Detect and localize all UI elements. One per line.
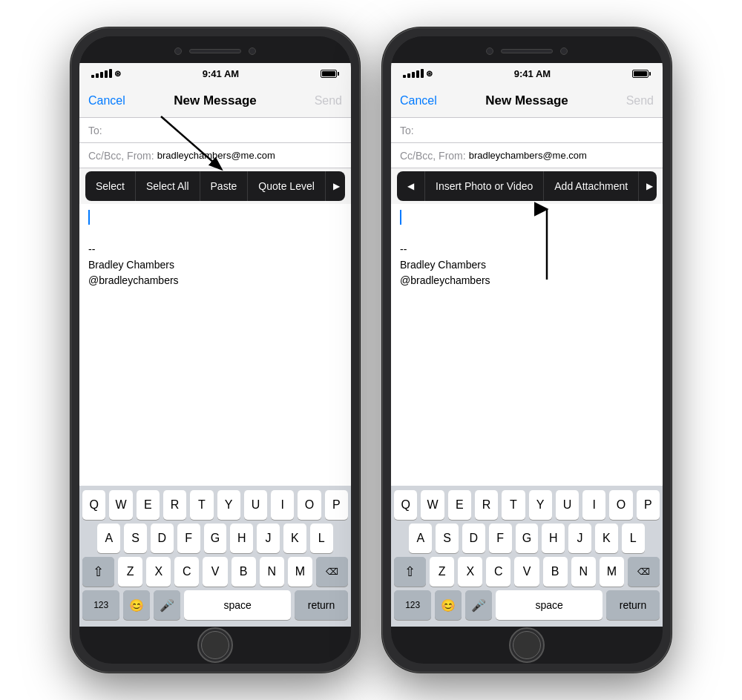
key-a-2[interactable]: A [409, 524, 432, 553]
key-u-1[interactable]: U [244, 490, 267, 520]
cancel-button-2[interactable]: Cancel [400, 94, 444, 108]
key-t-1[interactable]: T [190, 490, 213, 520]
home-button-1[interactable] [197, 627, 233, 663]
key-emoji-1[interactable]: 😊 [123, 590, 150, 620]
key-space-1[interactable]: space [184, 590, 291, 620]
key-l-2[interactable]: L [622, 524, 645, 553]
key-l-1[interactable]: L [310, 524, 333, 553]
to-field-1[interactable]: To: [79, 118, 351, 143]
key-i-1[interactable]: I [271, 490, 294, 520]
key-k-1[interactable]: K [283, 524, 306, 553]
send-button-1[interactable]: Send [298, 94, 342, 108]
key-f-2[interactable]: F [489, 524, 512, 553]
sig-dash-2: -- [400, 242, 654, 257]
phone-2: ⊛ 9:41 AM Cancel New [382, 27, 672, 673]
key-return-2[interactable]: return [606, 590, 660, 620]
context-next-2[interactable]: ▶ [639, 171, 657, 201]
battery-fill-2 [634, 71, 647, 76]
key-m-1[interactable]: M [288, 557, 312, 587]
send-button-2[interactable]: Send [609, 94, 654, 108]
key-r-2[interactable]: R [475, 490, 498, 520]
key-k-2[interactable]: K [595, 524, 618, 553]
key-o-1[interactable]: O [298, 490, 321, 520]
cc-field-1[interactable]: Cc/Bcc, From: bradleychambers@me.com [79, 143, 351, 168]
key-h-2[interactable]: H [542, 524, 565, 553]
key-f-1[interactable]: F [177, 524, 200, 553]
key-m-2[interactable]: M [600, 557, 624, 587]
key-p-1[interactable]: P [325, 490, 348, 520]
mail-body-2[interactable]: -- Bradley Chambers @bradleychambers [391, 204, 663, 486]
key-p-2[interactable]: P [637, 490, 660, 520]
key-backspace-2[interactable]: ⌫ [628, 557, 660, 587]
sig-handle-2: @bradleychambers [400, 273, 654, 288]
context-insert-photo-2[interactable]: Insert Photo or Video [425, 171, 544, 201]
key-mic-1[interactable]: 🎤 [154, 590, 180, 620]
key-123-2[interactable]: 123 [394, 590, 431, 620]
key-space-2[interactable]: space [496, 590, 603, 620]
context-select-all-1[interactable]: Select All [136, 171, 200, 201]
key-j-2[interactable]: J [568, 524, 591, 553]
context-add-attachment-2[interactable]: Add Attachment [544, 171, 639, 201]
key-u-2[interactable]: U [556, 490, 579, 520]
spacer-r-1 [337, 524, 348, 553]
context-quote-level-1[interactable]: Quote Level [248, 171, 326, 201]
key-x-2[interactable]: X [458, 557, 482, 587]
key-q-1[interactable]: Q [82, 490, 105, 520]
key-z-1[interactable]: Z [118, 557, 142, 587]
key-h-1[interactable]: H [230, 524, 253, 553]
context-paste-1[interactable]: Paste [200, 171, 249, 201]
key-w-2[interactable]: W [421, 490, 444, 520]
phone-2-bottom [391, 627, 663, 664]
key-v-1[interactable]: V [203, 557, 227, 587]
to-field-2[interactable]: To: [391, 118, 663, 143]
home-button-inner-2 [513, 631, 541, 659]
key-y-2[interactable]: Y [529, 490, 552, 520]
key-e-1[interactable]: E [137, 490, 160, 520]
key-shift-2[interactable]: ⇧ [394, 557, 426, 587]
context-select-1[interactable]: Select [85, 171, 136, 201]
context-prev-2[interactable]: ◀ [397, 171, 425, 201]
key-o-2[interactable]: O [609, 490, 632, 520]
key-c-1[interactable]: C [174, 557, 199, 587]
home-button-2[interactable] [509, 627, 545, 663]
phone-2-inner: ⊛ 9:41 AM Cancel New [391, 36, 663, 664]
key-s-1[interactable]: S [124, 524, 147, 553]
key-g-1[interactable]: G [204, 524, 227, 553]
key-r-1[interactable]: R [163, 490, 186, 520]
key-d-1[interactable]: D [151, 524, 174, 553]
signal-dot-4 [105, 70, 108, 78]
key-e-2[interactable]: E [448, 490, 471, 520]
key-emoji-2[interactable]: 😊 [435, 590, 462, 620]
key-x-1[interactable]: X [146, 557, 171, 587]
cc-field-2[interactable]: Cc/Bcc, From: bradleychambers@me.com [391, 143, 663, 168]
signature-1: -- Bradley Chambers @bradleychambers [88, 242, 342, 288]
text-cursor-1 [88, 210, 90, 225]
battery-body-1 [321, 70, 337, 78]
key-t-2[interactable]: T [502, 490, 525, 520]
context-next-1[interactable]: ▶ [326, 171, 345, 201]
key-mic-2[interactable]: 🎤 [465, 590, 492, 620]
key-b-2[interactable]: B [543, 557, 568, 587]
key-n-2[interactable]: N [571, 557, 596, 587]
key-n-1[interactable]: N [260, 557, 284, 587]
cancel-button-1[interactable]: Cancel [88, 94, 133, 108]
key-b-1[interactable]: B [232, 557, 256, 587]
key-shift-1[interactable]: ⇧ [82, 557, 114, 587]
mail-body-1[interactable]: -- Bradley Chambers @bradleychambers [79, 204, 351, 486]
key-y-1[interactable]: Y [217, 490, 240, 520]
key-q-2[interactable]: Q [394, 490, 417, 520]
sig-handle-1: @bradleychambers [88, 273, 342, 288]
key-s-2[interactable]: S [436, 524, 459, 553]
key-i-2[interactable]: I [582, 490, 605, 520]
key-g-2[interactable]: G [516, 524, 539, 553]
key-c-2[interactable]: C [486, 557, 510, 587]
key-backspace-1[interactable]: ⌫ [316, 557, 348, 587]
key-return-1[interactable]: return [295, 590, 348, 620]
key-v-2[interactable]: V [514, 557, 539, 587]
key-d-2[interactable]: D [462, 524, 485, 553]
key-j-1[interactable]: J [257, 524, 280, 553]
key-a-1[interactable]: A [97, 524, 120, 553]
key-w-1[interactable]: W [109, 490, 132, 520]
key-z-2[interactable]: Z [430, 557, 454, 587]
key-123-1[interactable]: 123 [82, 590, 119, 620]
